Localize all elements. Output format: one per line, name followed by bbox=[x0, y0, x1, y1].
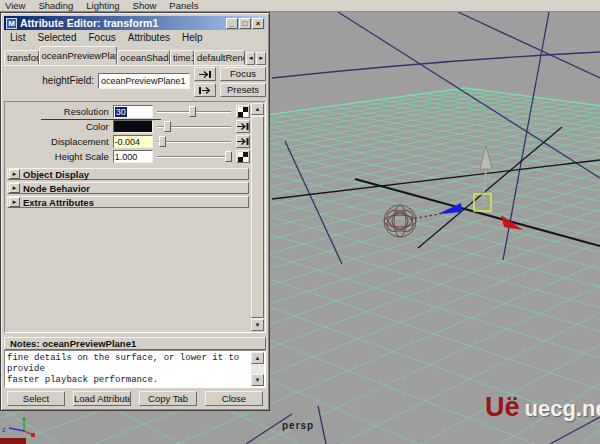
resolution-row: Resolution 30 bbox=[5, 104, 250, 119]
focus-button[interactable]: Focus bbox=[220, 67, 266, 81]
menu-list[interactable]: List bbox=[10, 32, 26, 43]
notes-header: Notes: oceanPreviewPlane1 bbox=[4, 337, 266, 350]
notes-text[interactable]: fine details on the surface, or lower it… bbox=[7, 353, 249, 385]
scrollbar-thumb[interactable] bbox=[251, 116, 264, 318]
color-label: Color bbox=[5, 121, 113, 132]
resolution-slider[interactable] bbox=[157, 105, 231, 118]
menu-help[interactable]: Help bbox=[182, 32, 203, 43]
titlebar[interactable]: M Attribute Editor: transform1 _ □ × bbox=[4, 16, 266, 30]
close-tab-button[interactable]: Close bbox=[205, 391, 263, 406]
tab-oceanpreviewplane1[interactable]: oceanPreviewPlane1 bbox=[39, 46, 118, 65]
arrow-in-icon bbox=[198, 70, 212, 79]
arrow-in-icon bbox=[237, 137, 249, 146]
height-scale-label: Height Scale bbox=[5, 151, 113, 162]
tab-row: transform1 oceanPreviewPlane1 oceanShade… bbox=[4, 46, 266, 65]
arrow-out-icon bbox=[198, 86, 212, 95]
attributes-scrollarea: Resolution 30 Color Displacement -0.004 bbox=[4, 101, 266, 333]
color-slider[interactable] bbox=[157, 120, 231, 133]
resolution-value: 30 bbox=[115, 107, 127, 117]
attribute-editor-window: M Attribute Editor: transform1 _ □ × Lis… bbox=[0, 12, 270, 411]
notes-scrollbar[interactable]: ▲ ▼ bbox=[251, 352, 264, 386]
resolution-label: Resolution bbox=[5, 106, 113, 117]
notes-box: fine details on the surface, or lower it… bbox=[4, 350, 266, 388]
attributes-scrollbar[interactable]: ▲ ▼ bbox=[251, 103, 264, 331]
heightfield-label: heightField: bbox=[4, 75, 94, 86]
tab-defaultrenderu[interactable]: defaultRenderU bbox=[194, 50, 245, 65]
range-bar-fragment bbox=[0, 438, 26, 444]
minimize-button[interactable]: _ bbox=[226, 18, 238, 29]
height-scale-row: Height Scale 1.000 bbox=[5, 149, 250, 164]
displacement-slider[interactable] bbox=[157, 135, 231, 148]
color-row: Color bbox=[5, 119, 250, 134]
height-scale-map-button[interactable] bbox=[236, 150, 250, 163]
menu-focus[interactable]: Focus bbox=[88, 32, 115, 43]
tab-scroll-left-icon[interactable]: ◄ bbox=[246, 52, 256, 65]
menu-selected[interactable]: Selected bbox=[38, 32, 77, 43]
height-scale-field[interactable]: 1.000 bbox=[113, 150, 153, 163]
displacement-row: Displacement -0.004 bbox=[5, 134, 250, 149]
scroll-down-icon[interactable]: ▼ bbox=[251, 319, 264, 331]
checker-map-icon bbox=[238, 107, 248, 117]
select-button[interactable]: Select bbox=[7, 391, 65, 406]
displacement-label: Displacement bbox=[5, 136, 113, 147]
scroll-up-icon[interactable]: ▲ bbox=[251, 103, 264, 115]
height-scale-slider[interactable] bbox=[157, 150, 231, 163]
color-connection-button[interactable] bbox=[236, 120, 250, 133]
footer-buttons: Select Load Attributes Copy Tab Close bbox=[7, 391, 263, 406]
displacement-field[interactable]: -0.004 bbox=[113, 135, 153, 148]
scroll-down-icon[interactable]: ▼ bbox=[251, 374, 264, 386]
presets-button[interactable]: Presets bbox=[220, 83, 266, 97]
section-extra-attributes[interactable]: ► Extra Attributes bbox=[7, 196, 249, 208]
height-scale-slider-handle[interactable] bbox=[225, 151, 232, 162]
menu-shading[interactable]: Shading bbox=[38, 0, 73, 11]
camera-name-label: persp bbox=[282, 420, 314, 431]
watermark: Uëuecg.net bbox=[485, 392, 600, 423]
watermark-site: uecg.net bbox=[525, 396, 600, 421]
scroll-up-icon[interactable]: ▲ bbox=[251, 352, 264, 364]
load-attributes-button[interactable]: Load Attributes bbox=[73, 391, 131, 406]
tab-oceanshader1[interactable]: oceanShader1 bbox=[117, 50, 170, 65]
watermark-logo: Uë bbox=[485, 392, 520, 422]
resolution-map-button[interactable] bbox=[236, 105, 250, 118]
arrow-in-icon bbox=[237, 122, 249, 131]
menu-view[interactable]: View bbox=[5, 0, 25, 11]
heightfield-input[interactable]: oceanPreviewPlane1 bbox=[98, 73, 190, 89]
displacement-connection-button[interactable] bbox=[236, 135, 250, 148]
section-object-display[interactable]: ► Object Display bbox=[7, 168, 249, 180]
collapsed-sections: ► Object Display ► Node Behavior ► Extra… bbox=[7, 166, 249, 208]
close-button[interactable]: × bbox=[252, 18, 264, 29]
svg-text:z: z bbox=[2, 426, 6, 433]
expand-arrow-icon[interactable]: ► bbox=[9, 197, 20, 207]
menu-panels[interactable]: Panels bbox=[169, 0, 198, 11]
displacement-slider-handle[interactable] bbox=[159, 136, 166, 147]
maximize-button[interactable]: □ bbox=[239, 18, 251, 29]
tab-time1[interactable]: time1 bbox=[170, 50, 194, 65]
tab-transform1[interactable]: transform1 bbox=[4, 50, 39, 65]
resolution-field[interactable]: 30 bbox=[113, 105, 153, 118]
expand-arrow-icon[interactable]: ► bbox=[9, 169, 20, 179]
attribute-rows: Resolution 30 Color Displacement -0.004 bbox=[5, 104, 250, 164]
color-swatch[interactable] bbox=[113, 120, 153, 133]
ae-menubar: List Selected Focus Attributes Help bbox=[4, 31, 266, 44]
section-node-behavior[interactable]: ► Node Behavior bbox=[7, 182, 249, 194]
menu-attributes[interactable]: Attributes bbox=[128, 32, 170, 43]
expand-arrow-icon[interactable]: ► bbox=[9, 183, 20, 193]
copy-tab-button[interactable]: Copy Tab bbox=[139, 391, 197, 406]
window-title: Attribute Editor: transform1 bbox=[20, 17, 225, 29]
checker-map-icon bbox=[238, 152, 248, 162]
tab-scroll-right-icon[interactable]: ► bbox=[256, 52, 266, 65]
panel-menubar: View Shading Lighting Show Panels bbox=[0, 0, 600, 12]
color-slider-handle[interactable] bbox=[164, 121, 171, 132]
show-output-connection-button[interactable] bbox=[194, 83, 216, 97]
window-icon: M bbox=[6, 18, 17, 29]
heightfield-block: heightField: oceanPreviewPlane1 Focus Pr… bbox=[4, 65, 266, 99]
resolution-slider-handle[interactable] bbox=[189, 106, 196, 117]
menu-show[interactable]: Show bbox=[133, 0, 157, 11]
menu-lighting[interactable]: Lighting bbox=[86, 0, 119, 11]
show-input-connection-button[interactable] bbox=[194, 67, 216, 81]
